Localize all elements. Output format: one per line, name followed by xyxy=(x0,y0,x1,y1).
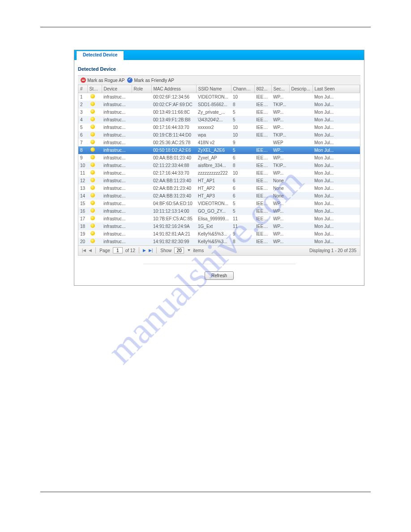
page-first-button[interactable]: |◀ xyxy=(82,248,86,253)
cell: infrastruc... xyxy=(102,139,132,146)
cell: 418N v2 xyxy=(196,139,231,146)
table-row[interactable]: 14infrastruc...02:AA:BB:31:23:40HT_AP36I… xyxy=(78,192,360,200)
table-row[interactable]: 8infrastruc...00:50:18:D2:A2:E6ZyXEL_A2E… xyxy=(78,146,360,154)
cell xyxy=(254,139,271,146)
cell: WP... xyxy=(271,93,289,101)
separator xyxy=(95,247,96,253)
table-row[interactable]: 7infrastruc...00:25:36:AC:25:78418N v29W… xyxy=(78,139,360,146)
table-row[interactable]: 11infrastruc...02:17:16:44:33:70zzzzzzzz… xyxy=(78,169,360,177)
table-row[interactable]: 1infrastruc...00:02:6F:12:34:56VIDEOTRON… xyxy=(78,93,360,101)
cell: Mon Jul... xyxy=(313,177,360,184)
page-input[interactable] xyxy=(113,247,123,253)
check-icon xyxy=(127,77,133,83)
cell: Mon Jul... xyxy=(313,192,360,200)
cell: 6 xyxy=(231,177,254,184)
cell xyxy=(289,184,313,192)
table-row[interactable]: 6infrastruc...00:19:CB:11:44:D0wpa10IEEE… xyxy=(78,131,360,139)
divider-line xyxy=(143,264,295,264)
col-channel[interactable]: Channe... xyxy=(231,85,254,93)
cell: 16 xyxy=(78,207,87,215)
bulb-icon xyxy=(90,163,95,167)
cell: 14:91:82:82:30:99 xyxy=(151,238,196,245)
cell: 00:25:36:AC:25:78 xyxy=(151,139,196,146)
cell: IEEE... xyxy=(254,169,271,177)
cell: Mon Jul... xyxy=(313,93,360,101)
cell: IEEE... xyxy=(254,200,271,207)
tab-detected-device[interactable]: Detected Device xyxy=(76,51,124,60)
table-row[interactable]: 2infrastruc...00:02:CF:AF:69:DCSDD1-8566… xyxy=(78,101,360,108)
col-status[interactable]: Stat... xyxy=(87,85,102,93)
cell: Mon Jul... xyxy=(313,238,360,245)
page-label: Page xyxy=(99,248,110,253)
table-row[interactable]: 5infrastruc...00:17:16:44:33:70xxxxxx210… xyxy=(78,124,360,131)
detected-device-table: # Stat... Device Role MAC Address SSID N… xyxy=(78,85,360,245)
cell: infrastruc... xyxy=(102,108,132,116)
page-size-input[interactable] xyxy=(174,247,184,253)
cell: 4 xyxy=(78,116,87,124)
cell: 5 xyxy=(231,207,254,215)
col-description[interactable]: Descrip... xyxy=(289,85,313,93)
col-index[interactable]: # xyxy=(78,85,87,93)
table-row[interactable]: 9infrastruc...00:AA:BB:01:23:40Zyxel_AP6… xyxy=(78,154,360,162)
cell: Zy_private_... xyxy=(196,108,231,116)
table-row[interactable]: 18infrastruc...14:91:82:16:24:9A1G_Ext11… xyxy=(78,223,360,230)
cell: 8 xyxy=(231,101,254,108)
cell xyxy=(132,108,151,116)
cell: 14 xyxy=(78,192,87,200)
cell: IEEE... xyxy=(254,223,271,230)
cell xyxy=(289,124,313,131)
cell: Mon Jul... xyxy=(313,223,360,230)
col-role[interactable]: Role xyxy=(132,85,151,93)
table-row[interactable]: 17infrastruc...10:7B:EF:C5:AC:85Elisa_99… xyxy=(78,215,360,223)
cell: WP... xyxy=(271,230,289,238)
col-802[interactable]: 802... xyxy=(254,85,271,93)
col-security[interactable]: Sec... xyxy=(271,85,289,93)
bulb-icon xyxy=(90,185,95,190)
cell: 8 xyxy=(231,162,254,169)
page-next-button[interactable]: ▶ xyxy=(143,248,146,253)
grid-container: # Stat... Device Role MAC Address SSID N… xyxy=(78,85,360,256)
chevron-down-icon[interactable] xyxy=(188,249,190,251)
cell: TKIP... xyxy=(271,101,289,108)
cell: Mon Jul... xyxy=(313,200,360,207)
table-row[interactable]: 20infrastruc...14:91:82:82:30:99Kelly%&5… xyxy=(78,238,360,245)
cell: 00:50:18:D2:A2:E6 xyxy=(151,146,196,154)
refresh-button[interactable]: Refresh xyxy=(205,271,234,280)
cell: Mon Jul... xyxy=(313,124,360,131)
cell: infrastruc... xyxy=(102,223,132,230)
table-row[interactable]: 3infrastruc...00:13:49:11:66:8CZy_privat… xyxy=(78,108,360,116)
page-last-button[interactable]: ▶| xyxy=(149,248,153,253)
page-container: Detected Device Detected Device Mark as … xyxy=(40,27,371,492)
mark-rogue-ap-button[interactable]: Mark as Rogue AP xyxy=(81,77,124,83)
cell: 11 xyxy=(231,215,254,223)
col-last-seen[interactable]: Last Seen xyxy=(313,85,360,93)
cell: 7 xyxy=(78,139,87,146)
cell xyxy=(132,162,151,169)
bulb-icon xyxy=(90,124,95,129)
cell xyxy=(289,215,313,223)
tab-bar: Detected Device xyxy=(74,50,364,60)
table-row[interactable]: 15infrastruc...04:BF:6D:5A:ED:10VIDEOTRO… xyxy=(78,200,360,207)
page-prev-button[interactable]: ◀ xyxy=(89,248,92,253)
cell: wpa xyxy=(196,131,231,139)
cell xyxy=(132,146,151,154)
table-row[interactable]: 12infrastruc...02:AA:BB:11:23:40HT_AP16I… xyxy=(78,177,360,184)
cell: 13 xyxy=(78,184,87,192)
cell: Mon Jul... xyxy=(313,146,360,154)
cell xyxy=(132,192,151,200)
cell: zzzzzzzzzz222 xyxy=(196,169,231,177)
cell: IEEE... xyxy=(254,101,271,108)
cell xyxy=(132,230,151,238)
table-row[interactable]: 4infrastruc...00:13:49:F1:2B:B8\343\204\… xyxy=(78,116,360,124)
table-row[interactable]: 16infrastruc...10:11:12:13:14:00GO_GO_ZY… xyxy=(78,207,360,215)
table-row[interactable]: 10infrastruc...02:11:22:33:44:88aisfibre… xyxy=(78,162,360,169)
table-row[interactable]: 13infrastruc...02:AA:BB:21:23:40HT_AP26I… xyxy=(78,184,360,192)
table-row[interactable]: 19infrastruc...14:91:82:81:AA:21Kelly%&5… xyxy=(78,230,360,238)
mark-friendly-ap-button[interactable]: Mark as Friendly AP xyxy=(127,77,174,83)
col-ssid[interactable]: SSID Name xyxy=(196,85,231,93)
cell: WP... xyxy=(271,215,289,223)
col-device[interactable]: Device xyxy=(102,85,132,93)
col-mac[interactable]: MAC Address xyxy=(151,85,196,93)
cell: 3 xyxy=(78,108,87,116)
cell: HT_AP3 xyxy=(196,192,231,200)
